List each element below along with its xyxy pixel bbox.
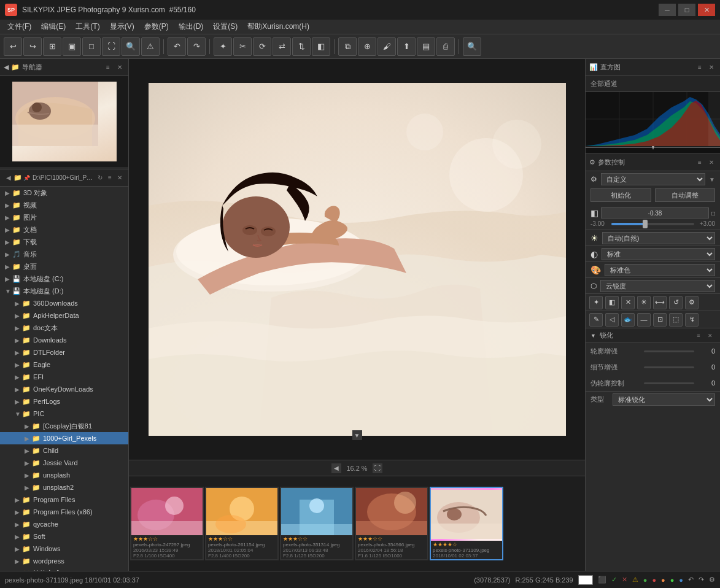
tree-unsplash[interactable]: ▶ 📁 unsplash xyxy=(0,469,128,481)
scroll-left[interactable]: ◀ xyxy=(331,463,341,473)
fb-list-btn[interactable]: ≡ xyxy=(105,173,115,183)
toolbar-grid[interactable]: ⊞ xyxy=(43,37,61,56)
menu-view[interactable]: 显示(V) xyxy=(105,20,139,33)
tool-icon-11[interactable]: — xyxy=(637,313,651,327)
tool-icon-10[interactable]: 🐟 xyxy=(621,313,635,327)
tree-downloads[interactable]: ▶ 📁 下载 xyxy=(0,236,128,248)
toolbar-rect[interactable]: □ xyxy=(82,37,101,56)
tool-icon-4[interactable]: ☀ xyxy=(637,296,651,309)
sharp-close-btn[interactable]: ✕ xyxy=(705,331,715,341)
menu-file[interactable]: 文件(F) xyxy=(2,20,36,33)
preset-select[interactable]: 自定义 xyxy=(601,173,705,185)
type-select[interactable]: 标准锐化 xyxy=(613,393,715,406)
tree-video[interactable]: ▶ 📁 视频 xyxy=(0,199,128,211)
param-close-btn[interactable]: ✕ xyxy=(706,158,716,168)
tool-icon-3[interactable]: ✕ xyxy=(621,296,635,309)
thumbnail-5[interactable]: ★★★★☆ pexels-photo-371109.jpeg 2018/10/0… xyxy=(430,487,503,560)
tree-perflogs[interactable]: ▶ 📁 PerfLogs xyxy=(0,395,128,408)
toolbar-fullscreen[interactable]: ⛶ xyxy=(102,37,120,56)
menu-settings[interactable]: 设置(S) xyxy=(208,20,242,33)
detail-slider[interactable] xyxy=(644,366,695,368)
thumbnail-3[interactable]: ★★★☆☆ pexels-photo-351314.jpeg 2017/03/1… xyxy=(280,487,354,560)
toolbar-export[interactable]: ⬆ xyxy=(397,37,416,56)
nav-close-btn[interactable]: ✕ xyxy=(115,63,125,72)
menu-tools[interactable]: 工具(T) xyxy=(71,20,104,33)
thumbnail-4[interactable]: ★★★☆☆ pexels-photo-354966.jpeg 2016/02/0… xyxy=(355,487,428,560)
tree-3d[interactable]: ▶ 📁 3D 对象 xyxy=(0,187,128,199)
toolbar-rotate[interactable]: ⟳ xyxy=(253,37,271,56)
tree-images[interactable]: ▶ 📁 图片 xyxy=(0,211,128,223)
toolbar-zoom[interactable]: 🔍 xyxy=(122,37,140,56)
tree-windows[interactable]: ▶ 📁 Windows xyxy=(0,543,128,555)
toolbar-print[interactable]: ⎙ xyxy=(436,37,455,56)
tool-icon-5[interactable]: ⟷ xyxy=(653,296,667,309)
toolbar-next[interactable]: ↪ xyxy=(23,37,42,56)
tree-360dl[interactable]: ▶ 📁 360Downloads xyxy=(0,297,128,309)
sharp-list-btn[interactable]: ≡ xyxy=(694,331,703,341)
toolbar-redo[interactable]: ↷ xyxy=(187,37,206,56)
contrast-select[interactable]: 标准 xyxy=(602,248,715,260)
fb-close-btn[interactable]: ✕ xyxy=(115,173,125,183)
tool-icon-8[interactable]: ✎ xyxy=(589,313,603,327)
minimize-button[interactable]: ─ xyxy=(659,4,676,16)
exposure-slider-track[interactable] xyxy=(611,223,694,225)
auto-adjust-button[interactable]: 自动调整 xyxy=(655,188,716,202)
image-view[interactable]: ▼ xyxy=(129,59,585,460)
tree-cosplay[interactable]: ▶ 📁 [Cosplay]白银81 xyxy=(0,420,128,432)
toolbar-paste[interactable]: ⊕ xyxy=(358,37,376,56)
tree-dtl[interactable]: ▶ 📁 DTLFolder xyxy=(0,346,128,358)
close-button[interactable]: ✕ xyxy=(698,4,715,16)
thumbnail-1[interactable]: ★★★☆☆ pexels-photo-247297.jpeg 2016/03/2… xyxy=(130,487,204,560)
toolbar-single[interactable]: ▣ xyxy=(63,37,81,56)
toolbar-hflip[interactable]: ⇅ xyxy=(292,37,311,56)
tree-drive-c[interactable]: ▶ 💾 本地磁盘 (C:) xyxy=(0,273,128,285)
menu-params[interactable]: 参数(P) xyxy=(139,20,174,33)
tool-icon-2[interactable]: ◧ xyxy=(605,296,619,309)
menu-help[interactable]: 帮助Xurisn.com(H) xyxy=(242,20,314,33)
tree-child[interactable]: ▶ 📁 Child xyxy=(0,444,128,457)
menu-edit[interactable]: 编辑(E) xyxy=(36,20,71,33)
toolbar-batch[interactable]: ▤ xyxy=(417,37,435,56)
init-button[interactable]: 初始化 xyxy=(590,188,651,202)
haze-select[interactable]: 云锐度 xyxy=(600,280,715,292)
nav-arrow-left[interactable]: ◀ xyxy=(4,63,9,71)
tree-docs[interactable]: ▶ 📁 文档 xyxy=(0,223,128,236)
tool-icon-6[interactable]: ↺ xyxy=(669,296,683,309)
param-list-btn[interactable]: ≡ xyxy=(695,158,705,168)
zoom-expand[interactable]: ⛶ xyxy=(373,463,382,473)
nav-list-btn[interactable]: ≡ xyxy=(103,63,113,72)
fb-prev[interactable]: ◀ xyxy=(4,173,14,183)
tree-unsplash2[interactable]: ▶ 📁 unsplash2 xyxy=(0,481,128,493)
toolbar-adjust[interactable]: ◧ xyxy=(312,37,330,56)
hist-list-btn[interactable]: ≡ xyxy=(695,63,705,72)
toolbar-crop[interactable]: ✂ xyxy=(233,37,252,56)
tool-icon-12[interactable]: ⊡ xyxy=(653,313,667,327)
tree-shortcuts[interactable]: ▶ 📁 快捷方式 xyxy=(0,567,128,571)
tool-icon-1[interactable]: ✦ xyxy=(589,296,603,309)
tree-desktop[interactable]: ▶ 📁 桌面 xyxy=(0,260,128,273)
scroll-up[interactable]: ▼ xyxy=(352,430,362,440)
tool-icon-7[interactable]: ⚙ xyxy=(685,296,699,309)
maximize-button[interactable]: □ xyxy=(678,4,695,16)
tree-soft[interactable]: ▶ 📁 Soft xyxy=(0,530,128,543)
tree-dl[interactable]: ▶ 📁 Downloads xyxy=(0,334,128,346)
toolbar-copy[interactable]: ⧉ xyxy=(338,37,357,56)
toolbar-brush[interactable]: 🖌 xyxy=(377,37,396,56)
wb-select[interactable]: 自动(自然) xyxy=(602,232,715,244)
tree-music[interactable]: ▶ 🎵 音乐 xyxy=(0,248,128,260)
toolbar-prev[interactable]: ↩ xyxy=(4,37,22,56)
tree-1000girl[interactable]: ▶ 📁 1000+Girl_Pexels xyxy=(0,432,128,444)
exposure-slider-thumb[interactable] xyxy=(643,220,648,228)
color-select[interactable]: 标准色 xyxy=(605,264,715,276)
tree-drive-d[interactable]: ▼ 💾 本地磁盘 (D:) xyxy=(0,285,128,297)
tool-icon-14[interactable]: ↯ xyxy=(685,313,699,327)
tree-wordpress[interactable]: ▶ 📁 wordpress xyxy=(0,555,128,567)
tree-jessie[interactable]: ▶ 📁 Jessie Vard xyxy=(0,457,128,469)
toolbar-flip[interactable]: ⇄ xyxy=(273,37,291,56)
menu-output[interactable]: 输出(D) xyxy=(174,20,209,33)
tool-icon-13[interactable]: ⬚ xyxy=(669,313,683,327)
tree-pic[interactable]: ▼ 📁 PIC xyxy=(0,408,128,420)
fake-slider[interactable] xyxy=(644,382,695,384)
hist-close-btn[interactable]: ✕ xyxy=(706,63,716,72)
tree-programfiles86[interactable]: ▶ 📁 Program Files (x86) xyxy=(0,506,128,518)
